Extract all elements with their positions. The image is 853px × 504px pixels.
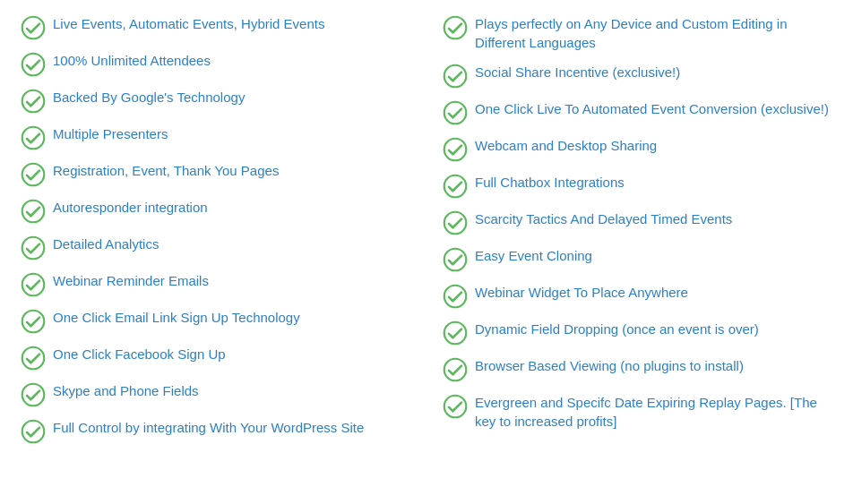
feature-item: Skype and Phone Fields [13,376,409,413]
check-icon [443,247,468,272]
svg-point-19 [444,286,467,308]
svg-point-13 [444,65,467,88]
feature-text: Webinar Reminder Emails [53,271,209,290]
svg-point-16 [444,175,467,198]
svg-point-4 [22,164,45,186]
check-icon [21,162,46,187]
check-icon [21,89,46,114]
feature-text: Skype and Phone Fields [53,381,199,400]
check-icon [21,419,46,444]
svg-point-0 [22,17,45,39]
check-icon [443,64,468,89]
feature-text: Social Share Incentive (exclusive!) [475,63,680,81]
feature-text: One Click Live To Automated Event Conver… [475,99,829,118]
svg-point-10 [22,384,45,406]
feature-item: Evergreen and Specifc Date Expiring Repl… [435,388,840,436]
check-icon [443,15,468,40]
feature-text: Dynamic Field Dropping (once an event is… [475,320,759,338]
check-icon [443,284,468,309]
feature-text: Webcam and Desktop Sharing [475,136,657,155]
feature-text: Plays perfectly on Any Device and Custom… [475,14,832,52]
svg-point-18 [444,249,467,271]
feature-item: Webinar Reminder Emails [13,266,409,303]
feature-text: Backed By Google's Technology [53,88,245,107]
left-column: Live Events, Automatic Events, Hybrid Ev… [13,9,426,449]
features-grid: Live Events, Automatic Events, Hybrid Ev… [13,9,840,449]
feature-item: Detailed Analytics [13,229,409,266]
svg-point-15 [444,139,467,161]
svg-point-17 [444,212,467,235]
feature-text: Evergreen and Specifc Date Expiring Repl… [475,393,832,431]
feature-item: Social Share Incentive (exclusive!) [435,57,840,94]
check-icon [443,174,468,199]
svg-point-14 [444,102,467,124]
svg-point-2 [22,90,45,113]
check-icon [21,382,46,407]
svg-point-1 [22,54,45,76]
feature-text: One Click Email Link Sign Up Technology [53,308,300,327]
check-icon [443,357,468,382]
check-icon [21,309,46,334]
feature-text: Live Events, Automatic Events, Hybrid Ev… [53,14,324,33]
feature-text: Easy Event Cloning [475,246,592,265]
feature-item: Autoresponder integration [13,192,409,229]
feature-text: Full Control by integrating With Your Wo… [53,418,364,437]
feature-text: Browser Based Viewing (no plugins to ins… [475,356,744,375]
check-icon [21,125,46,150]
feature-item: Scarcity Tactics And Delayed Timed Event… [435,204,840,241]
feature-item: One Click Live To Automated Event Conver… [435,94,840,131]
feature-item: Easy Event Cloning [435,241,840,278]
feature-text: 100% Unlimited Attendees [53,51,211,70]
svg-point-21 [444,359,467,381]
svg-point-8 [22,311,45,333]
feature-item: Browser Based Viewing (no plugins to ins… [435,351,840,388]
feature-item: Webinar Widget To Place Anywhere [435,278,840,314]
check-icon [443,394,468,419]
svg-point-20 [444,322,467,345]
check-icon [21,346,46,371]
feature-text: Full Chatbox Integrations [475,173,625,192]
feature-item: One Click Facebook Sign Up [13,339,409,376]
check-icon [21,15,46,40]
feature-item: Backed By Google's Technology [13,82,409,119]
feature-item: One Click Email Link Sign Up Technology [13,303,409,339]
feature-item: Live Events, Automatic Events, Hybrid Ev… [13,9,409,46]
feature-text: Autoresponder integration [53,198,208,217]
right-column: Plays perfectly on Any Device and Custom… [426,9,840,449]
check-icon [443,100,468,125]
feature-item: Webcam and Desktop Sharing [435,131,840,167]
feature-text: Multiple Presenters [53,124,168,143]
feature-text: Webinar Widget To Place Anywhere [475,283,688,302]
check-icon [21,272,46,297]
check-icon [443,210,468,235]
feature-text: Detailed Analytics [53,235,159,253]
svg-point-5 [22,201,45,223]
check-icon [443,137,468,162]
check-icon [21,235,46,261]
feature-item: Full Chatbox Integrations [435,167,840,204]
feature-text: Scarcity Tactics And Delayed Timed Event… [475,209,732,228]
feature-item: Registration, Event, Thank You Pages [13,156,409,192]
svg-point-12 [444,17,467,39]
feature-item: Full Control by integrating With Your Wo… [13,413,409,449]
svg-point-11 [22,421,45,443]
check-icon [443,320,468,346]
check-icon [21,52,46,77]
check-icon [21,199,46,224]
feature-text: Registration, Event, Thank You Pages [53,161,279,180]
svg-point-3 [22,127,45,149]
svg-point-7 [22,274,45,296]
feature-item: Multiple Presenters [13,119,409,156]
svg-point-9 [22,347,45,370]
svg-point-6 [22,237,45,260]
feature-text: One Click Facebook Sign Up [53,345,226,363]
feature-item: Plays perfectly on Any Device and Custom… [435,9,840,57]
feature-item: 100% Unlimited Attendees [13,46,409,82]
feature-item: Dynamic Field Dropping (once an event is… [435,314,840,351]
svg-point-22 [444,396,467,418]
